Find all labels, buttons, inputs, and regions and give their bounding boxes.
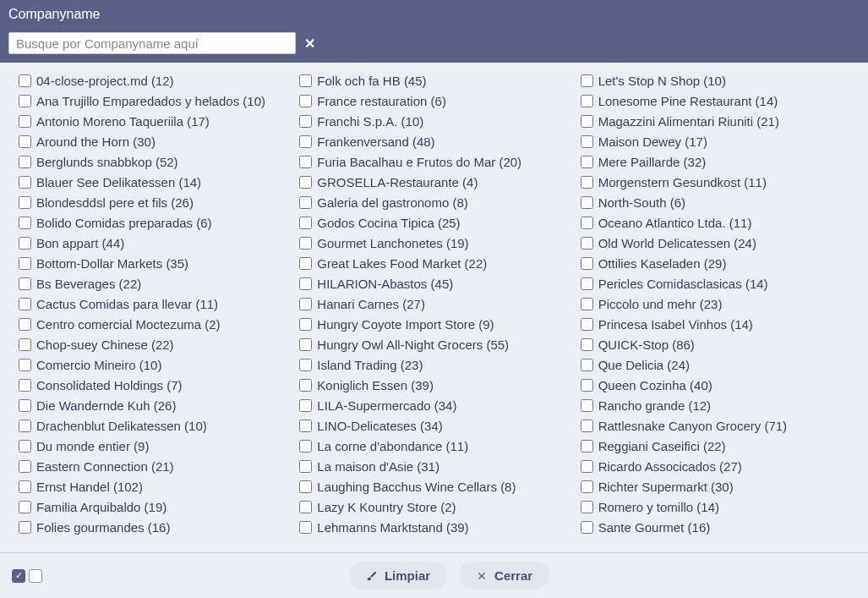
filter-option[interactable]: 04-close-project.md (12) (19, 73, 291, 89)
filter-option[interactable]: Hanari Carnes (27) (299, 296, 571, 312)
filter-option-checkbox[interactable] (581, 196, 593, 209)
filter-option-checkbox[interactable] (299, 156, 312, 168)
filter-option-checkbox[interactable] (581, 156, 593, 168)
filter-option-checkbox[interactable] (299, 460, 312, 473)
filter-option-label[interactable]: Hanari Carnes (27) (317, 296, 425, 312)
filter-option-checkbox[interactable] (19, 420, 31, 432)
filter-option-checkbox[interactable] (19, 217, 31, 229)
filter-option-checkbox[interactable] (19, 338, 31, 351)
filter-option[interactable]: Die Wandernde Kuh (26) (19, 398, 291, 414)
filter-option-checkbox[interactable] (19, 135, 31, 148)
filter-option[interactable]: Cactus Comidas para llevar (11) (19, 296, 291, 312)
filter-option[interactable]: Lehmanns Marktstand (39) (299, 519, 571, 535)
filter-option[interactable]: Comercio Mineiro (10) (19, 357, 291, 373)
filter-option-label[interactable]: Ana Trujillo Emparedados y helados (10) (36, 93, 265, 109)
filter-option-checkbox[interactable] (581, 135, 593, 148)
filter-option-label[interactable]: Reggiani Caseifici (22) (598, 438, 726, 454)
filter-option[interactable]: Romero y tomillo (14) (581, 499, 853, 515)
filter-option-label[interactable]: La corne d'abondance (11) (317, 438, 468, 454)
filter-option-label[interactable]: Romero y tomillo (14) (598, 499, 719, 515)
filter-option-label[interactable]: Ernst Handel (102) (36, 479, 143, 495)
filter-option[interactable]: Queen Cozinha (40) (581, 377, 853, 393)
filter-option-label[interactable]: Antonio Moreno Taqueriila (17) (36, 113, 210, 129)
filter-option[interactable]: Lonesome Pine Restaurant (14) (581, 93, 853, 109)
filter-option-checkbox[interactable] (581, 115, 593, 128)
filter-option-label[interactable]: Consolidated Holdings (7) (36, 377, 183, 393)
filter-option[interactable]: Laughing Bacchus Wine Cellars (8) (299, 479, 571, 495)
filter-option[interactable]: Rattlesnake Canyon Grocery (71) (581, 418, 853, 434)
filter-option-label[interactable]: LINO-Delicateses (34) (317, 418, 442, 434)
filter-option-checkbox[interactable] (299, 115, 312, 128)
filter-option[interactable]: Oceano Atlantico Ltda. (11) (581, 215, 853, 231)
filter-option-checkbox[interactable] (299, 399, 312, 412)
filter-option[interactable]: GROSELLA-Restaurante (4) (299, 174, 571, 190)
filter-option[interactable]: Galeria del gastronomo (8) (299, 195, 571, 211)
filter-option-label[interactable]: Eastern Connection (21) (36, 458, 174, 475)
filter-option-label[interactable]: Old World Delicatessen (24) (598, 235, 756, 251)
filter-option[interactable]: Bolido Comidas preparadas (6) (19, 215, 291, 231)
filter-option[interactable]: France restauration (6) (299, 93, 571, 109)
filter-option-checkbox[interactable] (299, 480, 312, 493)
search-input[interactable] (8, 32, 296, 54)
filter-option-checkbox[interactable] (19, 156, 31, 168)
filter-option-label[interactable]: Frankenversand (48) (317, 134, 434, 150)
filter-option-checkbox[interactable] (299, 196, 312, 209)
filter-option-checkbox[interactable] (299, 318, 312, 331)
filter-option[interactable]: LINO-Delicateses (34) (299, 418, 571, 434)
filter-option-label[interactable]: QUICK-Stop (86) (598, 337, 695, 353)
clear-search-icon[interactable]: ✕ (304, 36, 315, 52)
filter-option-label[interactable]: Maison Dewey (17) (598, 134, 707, 150)
filter-option-checkbox[interactable] (19, 521, 31, 534)
filter-option-checkbox[interactable] (19, 277, 31, 290)
filter-option-label[interactable]: La maison d'Asie (31) (317, 458, 439, 475)
filter-option-checkbox[interactable] (299, 379, 312, 392)
filter-option[interactable]: North-South (6) (581, 195, 853, 211)
filter-option-label[interactable]: Folies gourmandes (16) (36, 519, 170, 535)
filter-option-label[interactable]: Franchi S.p.A. (10) (317, 113, 423, 129)
filter-option[interactable]: Que Delicia (24) (581, 357, 853, 373)
filter-option[interactable]: Drachenblut Delikatessen (10) (19, 418, 291, 434)
filter-option-label[interactable]: Pericles Comidasclasicas (14) (598, 276, 768, 292)
filter-option-checkbox[interactable] (581, 237, 593, 250)
filter-option-label[interactable]: Galeria del gastronomo (8) (317, 195, 467, 211)
filter-option-label[interactable]: Drachenblut Delikatessen (10) (36, 418, 207, 434)
filter-option-label[interactable]: Bolido Comidas preparadas (6) (36, 215, 212, 231)
filter-option-checkbox[interactable] (19, 359, 31, 371)
filter-option-checkbox[interactable] (19, 237, 31, 250)
filter-option[interactable]: QUICK-Stop (86) (581, 337, 853, 353)
filter-option[interactable]: Ricardo Associcados (27) (581, 458, 853, 475)
filter-option-label[interactable]: Hungry Owl All-Night Grocers (55) (317, 337, 509, 353)
filter-option[interactable]: Bon appart (44) (19, 235, 291, 251)
filter-option-checkbox[interactable] (581, 277, 593, 290)
filter-option-checkbox[interactable] (19, 298, 31, 310)
clear-button[interactable]: Limpiar (349, 562, 447, 590)
filter-option[interactable]: Folies gourmandes (16) (19, 519, 291, 535)
filter-option-label[interactable]: Morgenstern Gesundkost (11) (598, 174, 767, 190)
filter-option-label[interactable]: Great Lakes Food Market (22) (317, 255, 487, 272)
filter-option[interactable]: Ana Trujillo Emparedados y helados (10) (19, 93, 291, 109)
filter-option-label[interactable]: HILARION-Abastos (45) (317, 276, 453, 292)
filter-option[interactable]: Godos Cocina Tipica (25) (299, 215, 571, 231)
filter-option-label[interactable]: Chop-suey Chinese (22) (36, 337, 174, 353)
filter-option-checkbox[interactable] (581, 338, 593, 351)
filter-option[interactable]: Familia Arquibaldo (19) (19, 499, 291, 515)
filter-option[interactable]: Rancho grande (12) (581, 398, 853, 414)
filter-option-checkbox[interactable] (19, 196, 31, 209)
filter-option-checkbox[interactable] (19, 460, 31, 473)
filter-option[interactable]: Morgenstern Gesundkost (11) (581, 174, 853, 190)
filter-option-checkbox[interactable] (581, 399, 593, 412)
filter-option[interactable]: Maison Dewey (17) (581, 134, 853, 150)
filter-option-checkbox[interactable] (299, 237, 312, 250)
filter-option[interactable]: Centro comercial Moctezuma (2) (19, 316, 291, 332)
filter-option-label[interactable]: LILA-Supermercado (34) (317, 398, 456, 414)
filter-option-checkbox[interactable] (581, 298, 593, 310)
filter-option-checkbox[interactable] (581, 440, 593, 453)
filter-option[interactable]: Du monde entier (9) (19, 438, 291, 454)
filter-option-label[interactable]: Lazy K Kountry Store (2) (317, 499, 456, 515)
filter-option-checkbox[interactable] (299, 501, 312, 513)
filter-option[interactable]: Koniglich Essen (39) (299, 377, 571, 393)
filter-option-label[interactable]: Rattlesnake Canyon Grocery (71) (598, 418, 787, 434)
filter-option-checkbox[interactable] (299, 420, 312, 432)
filter-option[interactable]: La maison d'Asie (31) (299, 458, 571, 475)
filter-option[interactable]: Reggiani Caseifici (22) (581, 438, 853, 454)
